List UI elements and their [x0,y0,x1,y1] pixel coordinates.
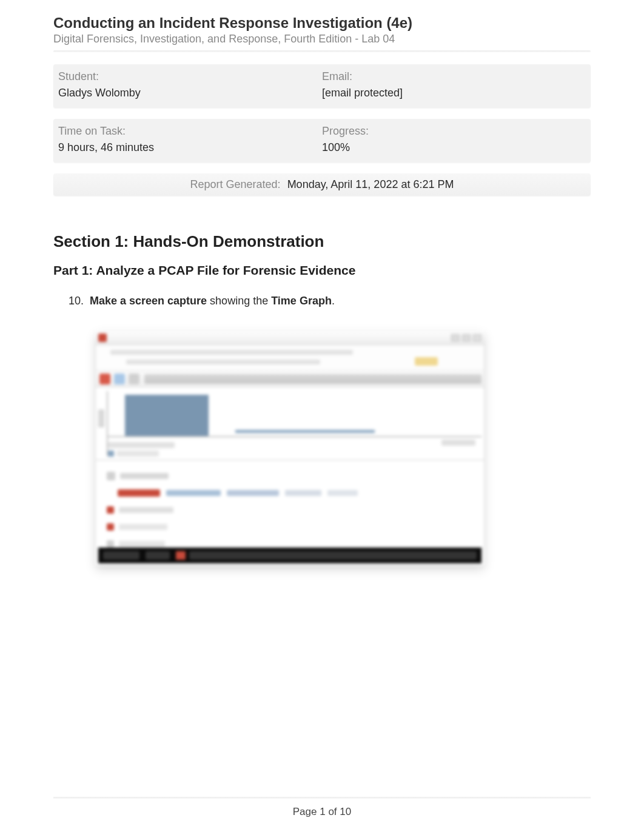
list-item-text [118,489,160,497]
instruction-number: 10. [68,295,90,307]
maximize-icon [462,334,471,341]
page-title: Conducting an Incident Response Investig… [53,15,591,32]
report-generated-value: Monday, April 11, 2022 at 6:21 PM [287,178,454,190]
footer-divider [53,797,591,799]
embedded-screenshot [96,332,484,566]
toolbar-strip [144,374,481,384]
report-generated-label: Report Generated: [190,178,281,190]
list-item [118,485,473,501]
toolbar-icon [114,374,125,384]
part-title: Part 1: Analyze a PCAP File for Forensic… [53,263,591,278]
list-item-text [327,490,358,496]
x-axis-label [441,440,475,446]
legend-swatch [108,451,114,457]
chart-line [235,430,375,433]
page-footer: Page 1 of 10 [0,806,644,818]
list-item-text [166,490,221,496]
student-label: Student: [58,70,322,83]
list-item-text [119,524,167,530]
taskbar [98,548,481,563]
instruction-row: 10. Make a screen capture showing the Ti… [68,295,591,307]
time-graph-area [96,387,484,460]
list-item [107,501,473,518]
student-email-block: Student: Gladys Wolomby Email: [email pr… [53,64,591,108]
app-icon [98,334,107,342]
chart-bar [125,395,209,436]
close-icon [473,334,481,341]
instruction-bold-1: Make a screen capture [90,295,207,307]
taskbar-item [189,551,477,560]
list-item-text [120,473,169,479]
menubar-text-line [126,360,320,364]
section-title: Section 1: Hands-On Demonstration [53,232,591,251]
search-box [415,357,438,366]
student-value: Gladys Wolomby [58,87,322,99]
x-axis [107,436,481,437]
progress-label: Progress: [322,125,586,138]
legend-text [108,442,175,448]
time-value: 9 hours, 46 minutes [58,141,322,154]
page-subtitle: Digital Forensics, Investigation, and Re… [53,33,591,45]
time-progress-block: Time on Task: 9 hours, 46 minutes Progre… [53,119,591,163]
email-label: Email: [322,70,586,83]
details-list [96,460,484,558]
progress-value: 100% [322,141,586,154]
toolbar-icon [129,374,139,384]
minimize-icon [451,334,460,341]
instruction-mid: showing the [207,295,271,307]
report-generated-block: Report Generated: Monday, April 11, 2022… [53,173,591,196]
taskbar-item [146,551,170,560]
legend-text [116,451,159,457]
bullet-icon [107,506,114,514]
window-titlebar [96,332,484,345]
toolbar-icon [99,374,110,384]
menubar [96,345,484,371]
list-item [107,518,473,535]
instruction-text: Make a screen capture showing the Time G… [90,295,335,307]
expand-icon [107,472,115,480]
email-value: [email protected] [322,87,586,99]
bullet-icon [107,523,114,531]
list-item-text [119,541,165,547]
scroll-thumb [98,409,104,428]
menubar-text-line [110,350,353,355]
taskbar-item [103,551,139,560]
toolbar [96,371,484,387]
list-item [107,468,473,485]
header-divider [53,50,591,52]
instruction-bold-2: Time Graph [271,295,332,307]
time-label: Time on Task: [58,125,322,138]
taskbar-item [176,551,186,560]
list-item-text [119,507,173,513]
expand-icon [107,540,114,548]
list-item-text [227,490,279,496]
list-item-text [285,490,321,496]
instruction-end: . [332,295,335,307]
